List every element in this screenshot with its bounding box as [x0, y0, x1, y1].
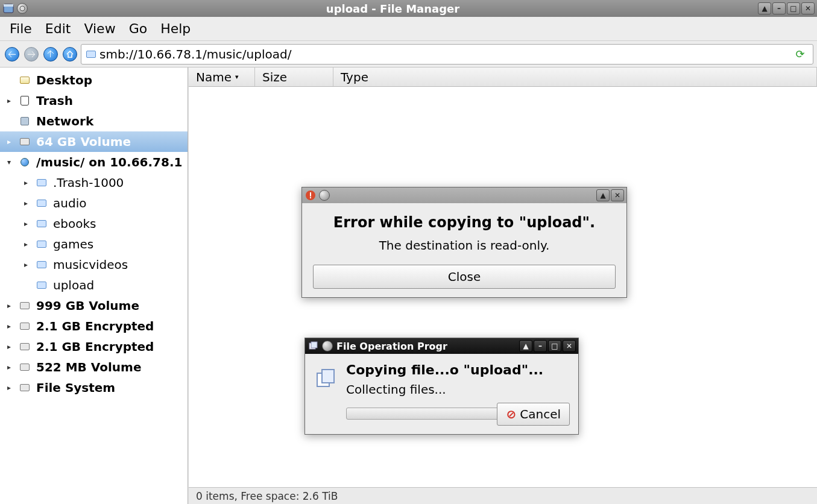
nav-forward-button[interactable]: 🡢 — [23, 46, 40, 63]
error-message: The destination is read-only. — [313, 238, 616, 253]
progress-app-icon — [308, 340, 320, 352]
sidebar-item-label: games — [53, 237, 93, 251]
drive-icon — [19, 382, 30, 393]
error-close-button[interactable]: ✕ — [611, 189, 624, 201]
desktop-icon — [19, 75, 30, 86]
sidebar-item-label: /music/ on 10.66.78.1 — [36, 155, 182, 169]
progress-dialog-titlebar[interactable]: File Operation Progr ▲ – □ ✕ — [305, 338, 578, 354]
sidebar-item-label: Desktop — [36, 73, 92, 87]
sidebar-item[interactable]: ▸audio — [0, 193, 188, 213]
column-name[interactable]: Name ▾ — [189, 68, 255, 86]
sidebar-item[interactable]: ▸.Trash-1000 — [0, 172, 188, 193]
trash-icon — [19, 95, 30, 106]
status-bar: 0 items, Free space: 2.6 TiB — [189, 487, 817, 504]
progress-cancel-button[interactable]: ⊘ Cancel — [497, 403, 570, 426]
sidebar-item[interactable]: Desktop — [0, 70, 188, 90]
menu-bar: File Edit View Go Help — [0, 17, 817, 41]
menu-go[interactable]: Go — [123, 19, 154, 39]
sidebar-item-label: Trash — [36, 93, 73, 108]
expand-arrow-icon[interactable]: ▸ — [24, 240, 30, 248]
error-app-icon — [304, 189, 317, 201]
menu-file[interactable]: File — [4, 19, 38, 39]
error-close-action-button[interactable]: Close — [313, 265, 616, 289]
svg-rect-1 — [4, 4, 13, 7]
expand-arrow-icon[interactable]: ▸ — [7, 383, 13, 392]
places-sidebar[interactable]: Desktop▸TrashNetwork▸64 GB Volume▾/music… — [0, 68, 188, 504]
sidebar-item-label: audio — [53, 196, 86, 210]
globe-icon — [19, 157, 30, 168]
expand-arrow-icon[interactable]: ▸ — [24, 260, 30, 269]
nav-back-button[interactable]: 🡠 — [4, 46, 21, 63]
sidebar-item[interactable]: Network — [0, 111, 188, 131]
sidebar-item[interactable]: ▸games — [0, 234, 188, 254]
location-bar[interactable]: smb://10.66.78.1/music/upload/ ⟳ — [81, 44, 813, 65]
sidebar-item-label: ebooks — [53, 216, 96, 231]
sidebar-item-label: 2.1 GB Encrypted — [36, 319, 154, 333]
svg-point-2 — [20, 6, 25, 11]
sidebar-item-label: 64 GB Volume — [36, 134, 131, 149]
sidebar-item-label: upload — [53, 278, 94, 292]
expand-arrow-icon[interactable]: ▸ — [7, 342, 13, 351]
sort-indicator-icon: ▾ — [235, 73, 239, 81]
expand-arrow-icon[interactable]: ▸ — [24, 199, 30, 207]
expand-arrow-icon[interactable]: ▸ — [7, 363, 13, 371]
sidebar-item[interactable]: ▸522 MB Volume — [0, 357, 188, 377]
sidebar-item[interactable]: upload — [0, 275, 188, 295]
window-maximize-button[interactable]: □ — [787, 2, 800, 14]
window-shade-button[interactable]: ▲ — [758, 2, 771, 14]
column-type[interactable]: Type — [333, 68, 817, 86]
sidebar-item[interactable]: ▾/music/ on 10.66.78.1 — [0, 152, 188, 172]
sidebar-item-label: 999 GB Volume — [36, 298, 139, 313]
expand-arrow-icon[interactable]: ▸ — [7, 322, 13, 330]
drive-icon — [19, 362, 30, 373]
expand-arrow-icon[interactable]: ▸ — [7, 96, 13, 105]
drive-icon — [19, 321, 30, 332]
expand-arrow-icon[interactable]: ▸ — [7, 301, 13, 310]
nav-up-button[interactable]: 🡡 — [42, 46, 59, 63]
sidebar-item-label: .Trash-1000 — [53, 175, 124, 190]
error-dialog-titlebar[interactable]: ▲ ✕ — [302, 187, 626, 203]
menu-view[interactable]: View — [78, 19, 121, 39]
sidebar-item-label: 2.1 GB Encrypted — [36, 339, 154, 354]
column-size[interactable]: Size — [255, 68, 333, 86]
error-shade-button[interactable]: ▲ — [596, 189, 610, 201]
menu-edit[interactable]: Edit — [39, 19, 77, 39]
location-text: smb://10.66.78.1/music/upload/ — [99, 47, 291, 61]
expand-arrow-icon[interactable]: ▸ — [7, 137, 13, 146]
progress-status: Collecting files... — [346, 382, 570, 397]
expand-arrow-icon[interactable]: ▾ — [7, 158, 13, 166]
progress-dialog: File Operation Progr ▲ – □ ✕ Copying fil… — [304, 338, 579, 435]
progress-shade-button[interactable]: ▲ — [519, 340, 532, 352]
sidebar-item[interactable]: ▸File System — [0, 377, 188, 398]
sidebar-item[interactable]: ▸64 GB Volume — [0, 131, 188, 152]
refresh-icon[interactable]: ⟳ — [792, 46, 808, 62]
progress-minimize-button[interactable]: – — [534, 340, 547, 352]
sidebar-item[interactable]: ▸2.1 GB Encrypted — [0, 316, 188, 336]
sidebar-item[interactable]: ▸2.1 GB Encrypted — [0, 336, 188, 357]
expand-arrow-icon[interactable]: ▸ — [24, 178, 30, 187]
app-icon — [2, 2, 14, 14]
svg-rect-4 — [310, 192, 311, 197]
window-close-button[interactable]: ✕ — [801, 2, 815, 14]
sidebar-item[interactable]: ▸ebooks — [0, 213, 188, 234]
folder-icon — [36, 218, 47, 229]
nav-home-button[interactable] — [62, 46, 78, 63]
error-titlebar-menu-button[interactable] — [319, 190, 330, 201]
network-icon — [19, 116, 30, 127]
sidebar-item[interactable]: ▸999 GB Volume — [0, 295, 188, 316]
progress-close-button[interactable]: ✕ — [563, 340, 576, 352]
menu-help[interactable]: Help — [154, 19, 197, 39]
progress-maximize-button[interactable]: □ — [548, 340, 561, 352]
expand-arrow-icon[interactable]: ▸ — [24, 219, 30, 228]
folder-icon — [86, 51, 96, 58]
progress-heading: Copying file...o "upload"... — [346, 362, 570, 377]
progress-dialog-title: File Operation Progr — [333, 341, 519, 352]
folder-icon — [36, 177, 47, 188]
sidebar-item[interactable]: ▸musicvideos — [0, 254, 188, 275]
window-minimize-button[interactable]: – — [772, 2, 786, 14]
cancel-icon: ⊘ — [506, 407, 516, 421]
sidebar-item[interactable]: ▸Trash — [0, 90, 188, 111]
titlebar-menu-button[interactable] — [17, 3, 28, 14]
progress-titlebar-menu-button[interactable] — [322, 341, 333, 351]
main-window-titlebar: upload - File Manager ▲ – □ ✕ — [0, 0, 817, 17]
